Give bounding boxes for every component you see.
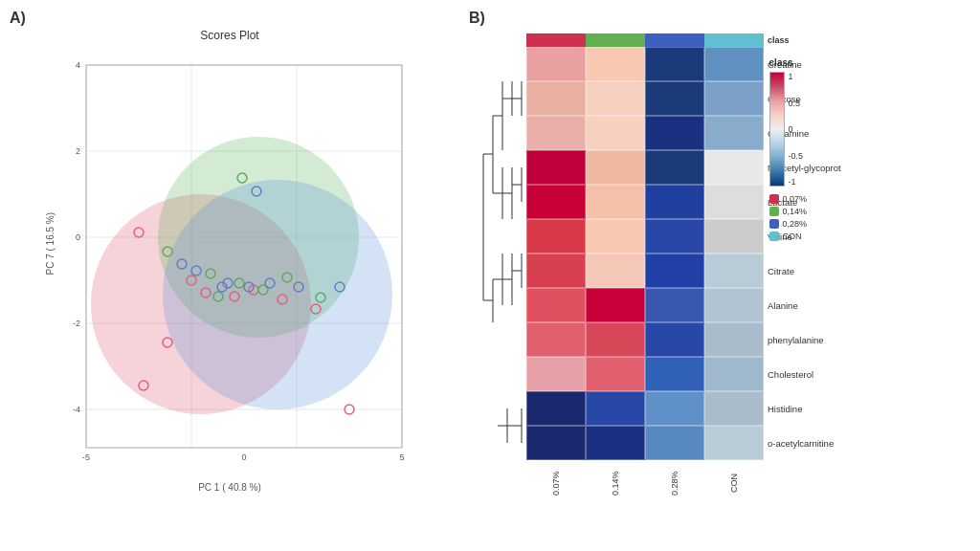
legend-text-028: 0,28% (783, 219, 808, 229)
cell (526, 288, 586, 322)
legend-class-item-014: 0,14% (769, 207, 836, 216)
class-header-label: class (768, 33, 790, 47)
col-header-con (704, 33, 764, 47)
cell (586, 322, 645, 357)
cell (645, 322, 704, 357)
x-axis-label: PC 1 ( 40.8 %) (48, 482, 412, 493)
col-028 (645, 47, 704, 460)
cell (704, 81, 764, 116)
panel-b-label: B) (469, 10, 485, 27)
cell (704, 288, 764, 322)
cell (704, 426, 764, 460)
cell (586, 253, 645, 288)
y-axis-label: PC 7 ( 16.5 %) (45, 211, 56, 275)
cell (526, 116, 586, 150)
cell (645, 185, 704, 219)
cell (645, 47, 704, 81)
cell (645, 253, 704, 288)
cell (586, 185, 645, 219)
heatmap-grid (526, 47, 764, 460)
legend-color-bar (769, 72, 785, 187)
cell (704, 391, 764, 426)
cell (526, 47, 586, 81)
col-axis-label-con: CON (704, 464, 764, 502)
legend-label-05: 0.5 (789, 99, 804, 108)
cell (586, 81, 645, 116)
cell (704, 150, 764, 185)
cell (645, 288, 704, 322)
svg-text:4: 4 (76, 60, 80, 70)
legend-label-neg05: -0.5 (789, 151, 804, 161)
row-label-phenylalanine: phenylalanine (768, 322, 841, 357)
cell (526, 253, 586, 288)
row-label-alanine: Alanine (768, 288, 841, 322)
pca-plot: Scores Plot PC 7 ( 16.5 %) (29, 29, 431, 526)
svg-text:0: 0 (241, 452, 246, 462)
row-label-citrate: Citrate (768, 253, 841, 288)
cell (704, 185, 764, 219)
cell (526, 185, 586, 219)
legend-title: class (769, 57, 836, 68)
cell (526, 322, 586, 357)
legend-scale-labels: 1 0.5 0 -0.5 -1 (789, 72, 804, 187)
svg-text:5: 5 (399, 452, 404, 462)
cell (704, 219, 764, 253)
cell (704, 322, 764, 357)
legend-class-item-007: 0,07% (769, 194, 836, 204)
cell (704, 253, 764, 288)
svg-text:-5: -5 (82, 452, 90, 462)
pca-svg: 4 2 0 -2 -4 -5 0 5 (48, 46, 412, 476)
legend-text-con: CON (783, 231, 802, 241)
svg-point-12 (163, 180, 392, 409)
svg-text:-4: -4 (73, 405, 80, 414)
cell (645, 219, 704, 253)
col-014 (586, 47, 645, 460)
svg-text:0: 0 (76, 232, 80, 242)
cell (586, 219, 645, 253)
heatmap-container: class (479, 33, 841, 551)
plot-title: Scores Plot (29, 29, 431, 42)
legend-dot-con (769, 231, 779, 241)
legend-class-item-028: 0,28% (769, 219, 836, 229)
cell (586, 150, 645, 185)
legend-label-neg1: -1 (789, 177, 804, 187)
col-axis-label-014: 0.14% (586, 464, 645, 502)
cell (526, 81, 586, 116)
pca-panel: A) Scores Plot PC 7 ( 16.5 %) (10, 10, 450, 541)
legend-dot-028 (769, 219, 779, 229)
cell (586, 357, 645, 391)
cell (526, 426, 586, 460)
col-header-028 (645, 33, 704, 47)
svg-text:-2: -2 (73, 319, 80, 328)
legend-container: class 1 0.5 0 -0.5 -1 0,07% (769, 57, 836, 244)
cell (645, 150, 704, 185)
col-axis-label-007: 0.07% (526, 464, 586, 502)
legend-label-0: 0 (789, 124, 804, 134)
col-header-007 (526, 33, 586, 47)
cell (704, 116, 764, 150)
cell (645, 81, 704, 116)
cell (645, 391, 704, 426)
panel-a-label: A) (10, 10, 26, 27)
cell (526, 219, 586, 253)
cell (645, 357, 704, 391)
cell (704, 47, 764, 81)
legend-text-014: 0,14% (783, 207, 808, 216)
row-label-cholesterol: Cholesterol (768, 357, 841, 391)
cell (586, 116, 645, 150)
cell (586, 47, 645, 81)
col-axis-label-028: 0.28% (645, 464, 704, 502)
legend-label-1: 1 (789, 72, 804, 81)
legend-dot-007 (769, 194, 779, 204)
cell (526, 150, 586, 185)
legend-dot-014 (769, 207, 779, 216)
cell (586, 288, 645, 322)
row-label-o-acetyl: o-acetylcarnitine (768, 426, 841, 460)
svg-text:2: 2 (76, 146, 80, 156)
col-con (704, 47, 764, 460)
dendrogram-svg (479, 64, 526, 551)
legend-text-007: 0,07% (783, 194, 808, 204)
cell (526, 357, 586, 391)
col-007 (526, 47, 586, 460)
cell (645, 116, 704, 150)
